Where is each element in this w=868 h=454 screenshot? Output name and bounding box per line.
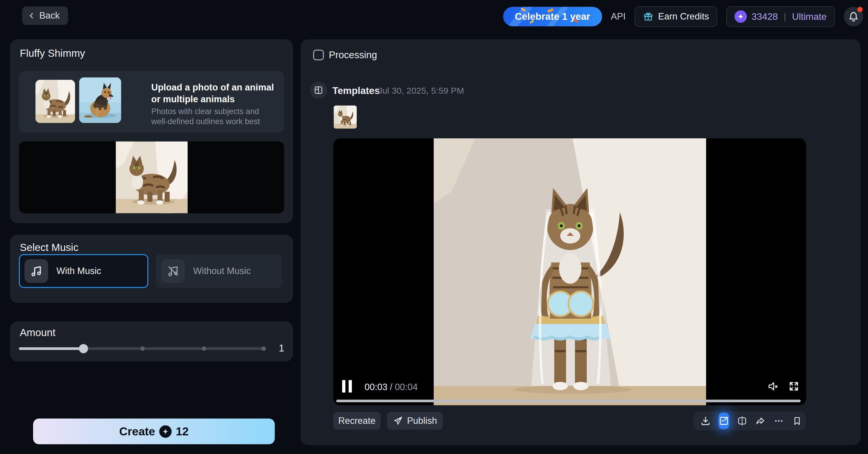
video-player[interactable]: 00:03/00:04 (333, 138, 806, 405)
celebrate-label: Celebrate 1 year (515, 11, 590, 22)
back-label: Back (39, 10, 60, 21)
duration: 00:04 (395, 382, 418, 392)
plan-name: Ultimate (792, 11, 827, 22)
credit-cost-icon (159, 425, 172, 438)
templates-group-timestamp: Jul 30, 2025, 5:59 PM (378, 86, 464, 96)
notifications-button[interactable] (844, 7, 863, 26)
credits-separator: | (783, 11, 787, 22)
slider-tick (140, 346, 145, 351)
processing-label: Processing (329, 49, 377, 61)
speaker-muted-icon (767, 380, 779, 393)
video-actions-toolbar (694, 412, 806, 430)
extend-icon (737, 416, 747, 426)
template-icon (313, 85, 323, 95)
paper-plane-icon (393, 416, 403, 426)
create-cost: 12 (176, 425, 188, 438)
upload-heading: Upload a photo of an animal or multiple … (151, 82, 275, 105)
uploaded-image-preview[interactable] (19, 141, 284, 213)
processing-checkbox[interactable] (313, 50, 324, 60)
amount-slider[interactable]: 1 (19, 342, 284, 354)
video-progress-bar[interactable] (336, 400, 801, 402)
credit-coin-icon (735, 10, 747, 23)
template-title: Fluffy Shimmy (20, 47, 85, 59)
topbar-right-cluster: Celebrate 1 year API Earn Credits 33428 … (503, 0, 863, 33)
create-button[interactable]: Create 12 (33, 419, 275, 444)
api-link[interactable]: API (611, 11, 626, 22)
credits-count: 33428 (752, 11, 778, 22)
music-note-icon (25, 259, 48, 283)
gift-icon (643, 11, 653, 22)
with-music-option[interactable]: With Music (19, 254, 148, 288)
top-bar: Back Celebrate 1 year API Earn Credits (0, 0, 868, 33)
ellipsis-icon (773, 416, 784, 426)
slider-track[interactable] (19, 347, 266, 350)
back-button[interactable]: Back (22, 6, 68, 25)
mute-button[interactable] (767, 380, 779, 394)
create-label: Create (119, 425, 155, 438)
sample-dog-image (79, 78, 121, 123)
fullscreen-button[interactable] (788, 380, 800, 394)
select-music-heading: Select Music (20, 241, 78, 253)
bookmark-icon (792, 416, 802, 426)
template-card: Fluffy Shimmy Upload a photo of an anima… (10, 39, 293, 223)
with-music-label: With Music (56, 266, 101, 276)
fullscreen-icon (788, 380, 800, 393)
publish-label: Publish (407, 416, 437, 426)
sample-cat-image (35, 80, 75, 123)
time-separator: / (388, 382, 395, 392)
share-icon (755, 416, 766, 426)
notification-dot (857, 7, 863, 12)
bookmark-button[interactable] (792, 416, 802, 426)
without-music-option[interactable]: Without Music (156, 254, 282, 288)
slider-fill (19, 347, 83, 350)
music-note-off-icon (161, 259, 185, 283)
slider-tick (261, 346, 266, 351)
download-button[interactable] (700, 416, 711, 426)
video-content (434, 138, 706, 405)
templates-group-title: Templates (332, 85, 380, 96)
download-icon (700, 416, 711, 426)
amount-value: 1 (279, 342, 284, 354)
slider-thumb[interactable] (79, 344, 88, 353)
select-music-card: Select Music With Music Without Music (10, 235, 293, 303)
extend-button[interactable] (737, 416, 747, 426)
more-options-button[interactable] (773, 416, 784, 426)
current-time: 00:03 (365, 382, 388, 392)
slider-tick (202, 346, 206, 351)
recreate-label: Recreate (338, 416, 375, 426)
recreate-button[interactable]: Recreate (333, 412, 380, 430)
uploaded-cat-image (116, 141, 188, 213)
upload-instructions-card[interactable]: Upload a photo of an animal or multiple … (19, 71, 284, 132)
source-image-thumbnail[interactable] (333, 105, 357, 128)
results-panel: Processing Templates Jul 30, 2025, 5:59 … (301, 39, 861, 445)
amount-heading: Amount (20, 327, 56, 338)
earn-credits-label: Earn Credits (658, 11, 709, 22)
without-music-label: Without Music (193, 266, 251, 276)
chevron-left-icon (28, 12, 36, 20)
bell-icon (848, 11, 860, 23)
upload-hint: Photos with clear subjects and well-defi… (151, 107, 275, 126)
pause-button[interactable] (342, 380, 354, 393)
upscale-icon (718, 416, 729, 426)
publish-button[interactable]: Publish (387, 412, 443, 430)
celebrate-anniversary-button[interactable]: Celebrate 1 year (503, 7, 602, 26)
credits-plan-button[interactable]: 33428 | Ultimate (726, 6, 835, 27)
amount-card: Amount 1 (10, 321, 293, 362)
upscale-button[interactable] (718, 413, 729, 429)
app-root: Back Celebrate 1 year API Earn Credits (0, 0, 868, 454)
earn-credits-button[interactable]: Earn Credits (634, 6, 717, 27)
share-button[interactable] (755, 416, 766, 426)
playback-time: 00:03/00:04 (365, 382, 418, 393)
templates-group-icon-button[interactable] (310, 82, 327, 99)
